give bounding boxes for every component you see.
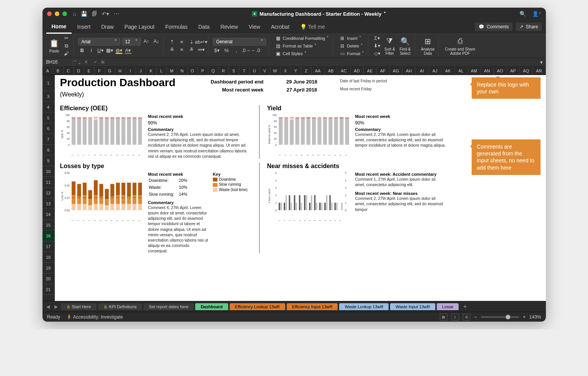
sheet-tab-set-report-dates-here[interactable]: Set report dates here: [144, 303, 194, 310]
zoom-slider[interactable]: [481, 316, 519, 318]
format-cells-button[interactable]: ▭Format ˅: [338, 50, 366, 57]
scroll-tabs-left-button[interactable]: ◀: [45, 304, 51, 309]
undo-icon[interactable]: ↶▾: [102, 11, 109, 17]
col-M[interactable]: M: [167, 67, 177, 75]
ribbon-tab-acrobat[interactable]: Acrobat: [266, 20, 295, 34]
row-11[interactable]: 11: [42, 177, 54, 188]
row-15[interactable]: 15: [42, 220, 54, 231]
col-V[interactable]: V: [260, 67, 270, 75]
row-17[interactable]: 17: [42, 241, 54, 252]
accept-formula-button[interactable]: ✓: [91, 59, 100, 65]
name-box[interactable]: BH16: [42, 59, 73, 65]
sheet-tab-losse[interactable]: Losse: [437, 303, 459, 310]
copy-button[interactable]: ⧉: [62, 43, 71, 49]
font-color-button[interactable]: A▾: [124, 47, 132, 54]
currency-button[interactable]: $▾: [213, 47, 221, 54]
align-middle-button[interactable]: ≡: [178, 39, 186, 46]
row-16[interactable]: 16: [42, 231, 54, 241]
insert-cells-button[interactable]: ⊞Insert ˅: [338, 35, 366, 42]
col-AN[interactable]: AN: [481, 67, 494, 75]
col-AC[interactable]: AC: [338, 67, 351, 75]
sheet-tab-dashboard[interactable]: Dashboard: [195, 303, 228, 310]
row-18[interactable]: 18: [42, 252, 54, 263]
font-size-select[interactable]: 12˅: [122, 38, 141, 46]
row-12[interactable]: 12: [42, 188, 54, 198]
scroll-tabs-right-button[interactable]: ▶: [53, 304, 59, 309]
fx-label[interactable]: fx: [100, 60, 105, 64]
share-button[interactable]: ↗Share: [516, 23, 542, 31]
clear-button[interactable]: ◇▾: [373, 50, 381, 57]
col-AD[interactable]: AD: [351, 67, 364, 75]
tellme-tab[interactable]: 💡 Tell me: [295, 20, 330, 34]
page-break-view-button[interactable]: ⊞: [463, 314, 470, 320]
align-bottom-button[interactable]: ⇣: [187, 39, 196, 46]
col-AG[interactable]: AG: [390, 67, 403, 75]
namebox-dropdown-icon[interactable]: ⌃⌄: [73, 59, 82, 65]
find-select-button[interactable]: 🔍Find & Select: [398, 36, 412, 56]
sheet-tab-efficiency-input-13wr[interactable]: Efficiency Input 13wR: [287, 303, 338, 310]
col-F[interactable]: F: [95, 67, 105, 75]
home-icon[interactable]: ⌂: [73, 11, 76, 17]
col-W[interactable]: W: [270, 67, 281, 75]
new-sheet-button[interactable]: +: [460, 303, 470, 310]
col-AB[interactable]: AB: [325, 67, 338, 75]
col-Y[interactable]: Y: [291, 67, 301, 75]
sort-filter-button[interactable]: ⧩Sort & Filter: [383, 36, 397, 56]
sheet-tab-kpi-definitions[interactable]: KPI Definitions: [98, 303, 142, 310]
col-AE[interactable]: AE: [364, 67, 377, 75]
col-AJ[interactable]: AJ: [429, 67, 442, 75]
col-X[interactable]: X: [281, 67, 291, 75]
increase-decimal-button[interactable]: .0→: [242, 47, 250, 54]
align-left-button[interactable]: ≛: [168, 46, 176, 53]
delete-cells-button[interactable]: ⊟Delete ˅: [338, 43, 366, 49]
fill-button[interactable]: ⬇▾: [373, 43, 381, 49]
ribbon-tab-data[interactable]: Data: [193, 20, 215, 34]
col-R[interactable]: R: [219, 67, 229, 75]
border-button[interactable]: ▦▾: [106, 47, 114, 54]
zoom-in-button[interactable]: +: [523, 314, 526, 320]
col-T[interactable]: T: [239, 67, 250, 75]
row-13[interactable]: 13: [42, 198, 54, 209]
cancel-formula-button[interactable]: ✕: [82, 59, 91, 65]
decrease-font-button[interactable]: A↓: [152, 38, 161, 45]
align-top-button[interactable]: ⇡: [168, 39, 176, 46]
sheet-tab-waste-lookup-13wr[interactable]: Waste Lookup 13wR: [339, 303, 389, 310]
ribbon-tab-view[interactable]: View: [243, 20, 266, 34]
col-C[interactable]: C: [64, 67, 74, 75]
row-14[interactable]: 14: [42, 209, 54, 220]
bold-button[interactable]: B: [78, 47, 87, 54]
col-AI[interactable]: AI: [416, 67, 429, 75]
underline-button[interactable]: U▾: [96, 47, 105, 54]
col-E[interactable]: E: [84, 67, 95, 75]
save-icon[interactable]: 💾: [81, 11, 87, 17]
col-N[interactable]: N: [177, 67, 188, 75]
ribbon-tab-home[interactable]: Home: [46, 20, 72, 34]
ribbon-tab-review[interactable]: Review: [215, 20, 243, 34]
ribbon-tab-insert[interactable]: Insert: [72, 20, 96, 34]
minimize-window-button[interactable]: [55, 11, 59, 16]
paste-button[interactable]: 📋Paste: [48, 38, 61, 53]
row-3[interactable]: 3: [42, 91, 54, 102]
account-icon[interactable]: 👤⁺: [532, 11, 541, 17]
percent-button[interactable]: %: [222, 47, 231, 54]
accessibility-status[interactable]: 🧍 Accessibility: Investigate: [66, 314, 123, 320]
analyse-data-button[interactable]: ⊞Analyse Data: [420, 36, 436, 56]
more-icon[interactable]: ⋯: [114, 11, 119, 17]
sheet-tab-start-here[interactable]: Start Here: [61, 303, 96, 310]
col-AO[interactable]: AO: [494, 67, 507, 75]
col-AA[interactable]: AA: [312, 67, 325, 75]
col-D[interactable]: D: [74, 67, 84, 75]
col-H[interactable]: H: [115, 67, 126, 75]
align-center-button[interactable]: ≡: [178, 46, 186, 53]
expand-formula-bar-icon[interactable]: ▾: [537, 59, 546, 65]
number-format-select[interactable]: General˅: [213, 38, 266, 46]
search-icon[interactable]: 🔍: [519, 11, 526, 17]
row-21[interactable]: 21: [42, 284, 54, 295]
col-Z[interactable]: Z: [301, 67, 312, 75]
row-9[interactable]: 9: [42, 155, 54, 166]
row-5[interactable]: 5: [42, 113, 54, 123]
col-L[interactable]: L: [157, 67, 167, 75]
col-J[interactable]: J: [136, 67, 146, 75]
col-U[interactable]: U: [250, 67, 260, 75]
col-AH[interactable]: AH: [403, 67, 416, 75]
